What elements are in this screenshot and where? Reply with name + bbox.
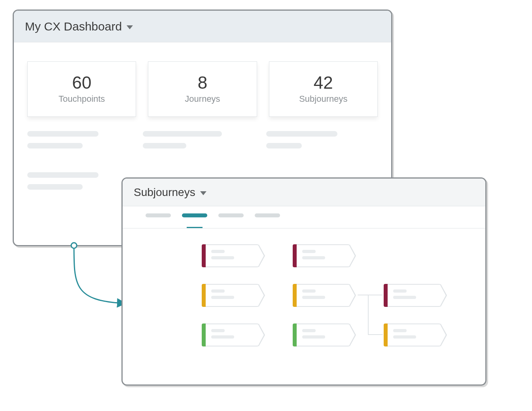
skeleton-line (143, 131, 222, 137)
chevron-down-icon (127, 25, 133, 29)
stat-card-subjourneys[interactable]: 42 Subjourneys (269, 61, 378, 117)
status-stripe (202, 323, 206, 346)
stat-value: 60 (72, 74, 91, 91)
arrow-right-icon (259, 323, 265, 346)
tab-1[interactable] (146, 213, 171, 217)
stat-label: Journeys (185, 94, 220, 104)
arrow-right-icon (350, 244, 356, 267)
journey-node[interactable] (384, 284, 441, 307)
journey-flow (123, 228, 485, 386)
dashboard-selector[interactable]: My CX Dashboard (14, 11, 391, 42)
status-stripe (202, 244, 206, 267)
arrow-right-icon (350, 323, 356, 346)
chevron-down-icon (200, 191, 206, 195)
subjourneys-panel: Subjourneys (121, 177, 487, 386)
skeleton-line (27, 172, 98, 178)
stat-value: 42 (314, 74, 333, 91)
skeleton-line (27, 131, 98, 137)
tab-3[interactable] (218, 213, 244, 217)
subjourney-tabs (123, 206, 485, 228)
skeleton-line (27, 143, 83, 148)
connector-line (368, 334, 383, 335)
tab-2[interactable] (182, 213, 207, 217)
status-stripe (202, 284, 206, 307)
arrow-right-icon (350, 284, 356, 307)
journey-node[interactable] (293, 323, 350, 346)
stat-value: 8 (198, 74, 207, 91)
status-stripe (293, 323, 297, 346)
skeleton-line (266, 143, 302, 148)
subjourneys-title: Subjourneys (134, 186, 195, 199)
stat-card-journeys[interactable]: 8 Journeys (148, 61, 257, 117)
tab-4[interactable] (255, 213, 280, 217)
journey-node[interactable] (293, 244, 350, 267)
arrow-right-icon (441, 284, 447, 307)
status-stripe (293, 284, 297, 307)
stat-row: 60 Touchpoints 8 Journeys 42 Subjourneys (14, 42, 391, 129)
connector-line (358, 295, 383, 295)
stat-label: Touchpoints (59, 94, 105, 104)
status-stripe (384, 284, 388, 307)
stat-label: Subjourneys (299, 94, 347, 104)
arrow-right-icon (259, 244, 265, 267)
stat-card-touchpoints[interactable]: 60 Touchpoints (27, 61, 136, 117)
arrow-right-icon (441, 323, 447, 346)
skeleton-line (266, 131, 337, 137)
connector-line (368, 295, 369, 335)
status-stripe (293, 244, 297, 267)
skeleton-line (27, 184, 83, 190)
subjourneys-selector[interactable]: Subjourneys (123, 179, 485, 206)
dashboard-title: My CX Dashboard (25, 20, 122, 33)
journey-node[interactable] (384, 323, 441, 346)
status-stripe (384, 323, 388, 346)
skeleton-line (143, 143, 186, 148)
journey-node[interactable] (293, 284, 350, 307)
journey-node[interactable] (202, 284, 259, 307)
arrow-right-icon (259, 284, 265, 307)
journey-node[interactable] (202, 323, 259, 346)
journey-node[interactable] (202, 244, 259, 267)
